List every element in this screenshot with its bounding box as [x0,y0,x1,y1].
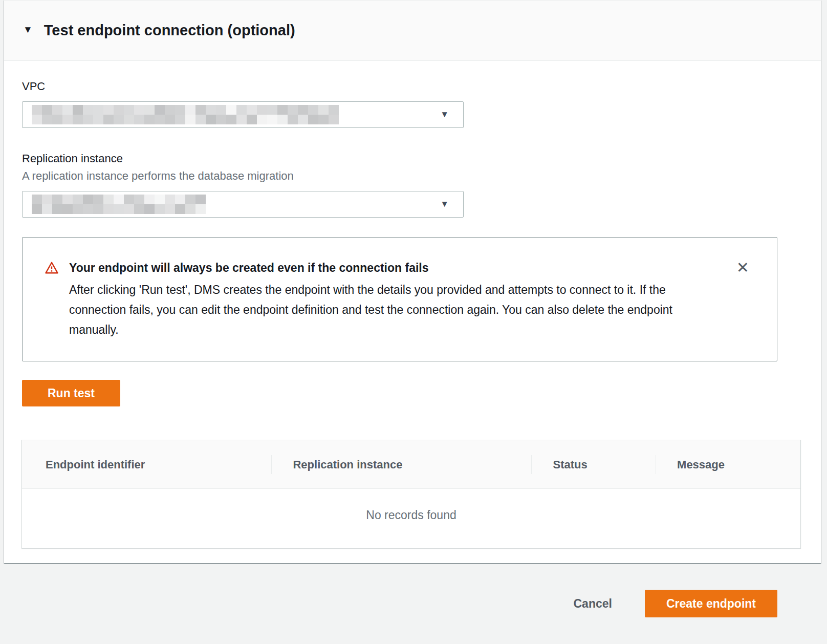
column-header-status: Status [531,440,656,489]
vpc-label: VPC [22,79,821,93]
alert-body: After clicking 'Run test', DMS creates t… [69,280,715,340]
collapse-caret-icon[interactable]: ▼ [23,25,33,34]
alert-title: Your endpoint will always be created eve… [69,260,715,275]
warning-alert: Your endpoint will always be created eve… [22,237,777,361]
page: ▼ Test endpoint connection (optional) VP… [0,0,827,644]
table-header-row: Endpoint identifier Replication instance… [22,440,800,489]
alert-text: Your endpoint will always be created eve… [69,260,715,340]
form-actions-footer: Cancel Create endpoint [0,563,827,644]
section-title: Test endpoint connection (optional) [44,20,295,40]
caret-down-icon: ▼ [440,200,449,208]
cancel-button[interactable]: Cancel [573,597,612,611]
run-test-button[interactable]: Run test [22,380,120,406]
empty-table-message: No records found [22,489,800,548]
replication-instance-redacted-value [32,195,206,214]
section-body: VPC ▼ Replication instance A replication… [4,79,821,548]
replication-instance-description: A replication instance performs the data… [22,169,821,183]
replication-instance-select[interactable]: ▼ [22,191,464,218]
replication-instance-label: Replication instance [22,152,821,165]
column-header-replication-instance: Replication instance [271,440,531,489]
section-header[interactable]: ▼ Test endpoint connection (optional) [4,1,821,61]
test-results-table: Endpoint identifier Replication instance… [21,440,801,548]
column-header-endpoint-identifier: Endpoint identifier [22,440,271,489]
vpc-redacted-value [32,105,339,124]
create-endpoint-button[interactable]: Create endpoint [645,590,777,617]
warning-icon [45,261,58,274]
column-header-message: Message [656,440,800,489]
vpc-select[interactable]: ▼ [22,101,464,128]
caret-down-icon: ▼ [440,110,449,119]
test-endpoint-section: ▼ Test endpoint connection (optional) VP… [4,0,821,563]
close-icon[interactable]: ✕ [734,258,751,277]
